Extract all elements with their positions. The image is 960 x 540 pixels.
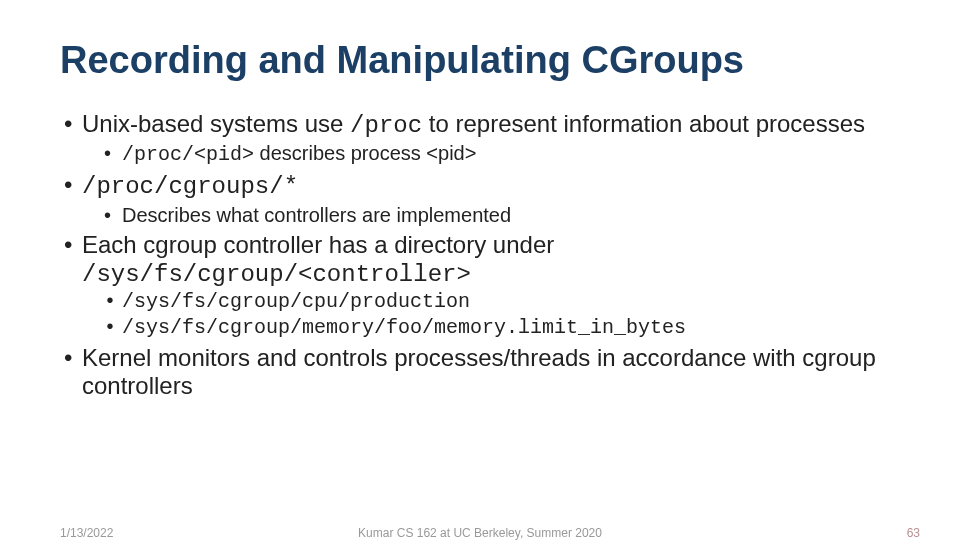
bullet-3-sublist: /sys/fs/cgroup/cpu/production /sys/fs/cg…: [82, 290, 900, 340]
bullet-1-pre: Unix-based systems use: [82, 110, 350, 137]
bullet-1-sub: /proc/<pid> describes process <pid>: [82, 141, 900, 167]
bullet-3-code: /sys/fs/cgroup/<controller>: [82, 261, 471, 288]
bullet-1-sublist: /proc/<pid> describes process <pid>: [82, 141, 900, 167]
bullet-2: /proc/cgroups/* Describes what controlle…: [60, 171, 900, 227]
slide: Recording and Manipulating CGroups Unix-…: [0, 0, 960, 540]
bullet-3: Each cgroup controller has a directory u…: [60, 231, 900, 340]
bullet-3-sub2: /sys/fs/cgroup/memory/foo/memory.limit_i…: [82, 316, 900, 340]
bullet-2-sublist: Describes what controllers are implement…: [82, 203, 900, 227]
bullet-2-code: /proc/cgroups/*: [82, 173, 298, 200]
bullet-list: Unix-based systems use /proc to represen…: [60, 110, 900, 400]
bullet-1-post: to represent information about processes: [422, 110, 865, 137]
footer-center: Kumar CS 162 at UC Berkeley, Summer 2020: [0, 526, 960, 540]
bullet-1-sub-post: describes process <pid>: [254, 142, 476, 164]
bullet-1-code: /proc: [350, 112, 422, 139]
bullet-1-sub-code: /proc/<pid>: [122, 143, 254, 166]
bullet-3-text: Each cgroup controller has a directory u…: [82, 231, 554, 258]
bullet-2-sub: Describes what controllers are implement…: [82, 203, 900, 227]
bullet-3-sub1: /sys/fs/cgroup/cpu/production: [82, 290, 900, 314]
bullet-4: Kernel monitors and controls processes/t…: [60, 344, 900, 399]
footer-page: 63: [907, 526, 920, 540]
slide-title: Recording and Manipulating CGroups: [60, 40, 900, 82]
bullet-1: Unix-based systems use /proc to represen…: [60, 110, 900, 168]
